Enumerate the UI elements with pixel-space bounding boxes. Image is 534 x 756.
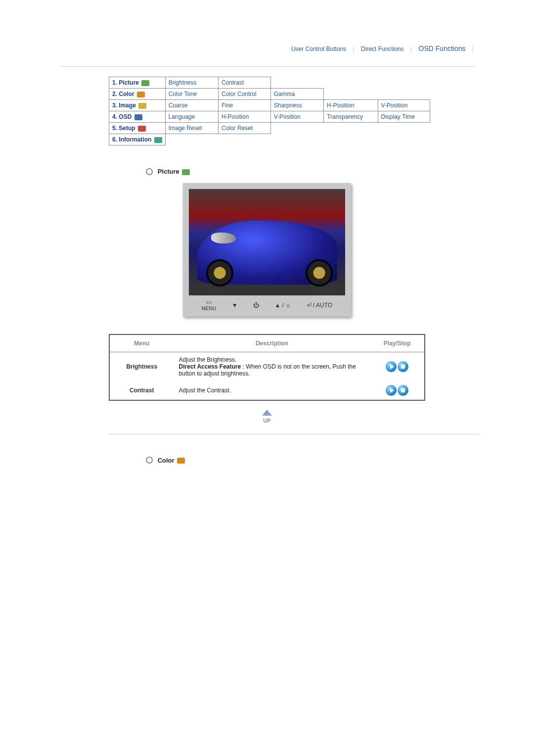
- section-picture-title: Picture: [158, 168, 179, 175]
- nav-direct-functions[interactable]: Direct Functions: [361, 46, 404, 52]
- nav-sep: |: [472, 46, 474, 52]
- monitor-screen-image: [189, 189, 345, 295]
- table-row: 4. OSD LanguageH-PositionV-PositionTrans…: [109, 111, 430, 123]
- category-icon: [138, 126, 146, 132]
- table-row: BrightnessAdjust the Brightness.Direct A…: [109, 352, 425, 381]
- index-link-anchor[interactable]: Brightness: [169, 79, 197, 86]
- table-row: 3. Image CoarseFineSharpnessH-PositionV-…: [109, 100, 430, 111]
- index-row-head[interactable]: 4. OSD: [109, 111, 166, 123]
- nav-sep: |: [353, 46, 355, 52]
- down-button[interactable]: ▼: [232, 302, 238, 308]
- index-link-anchor[interactable]: Color Reset: [222, 125, 253, 132]
- stop-button[interactable]: [398, 385, 408, 396]
- index-link[interactable]: Brightness: [165, 77, 218, 89]
- index-row-head[interactable]: 5. Setup: [109, 123, 166, 134]
- index-row-head[interactable]: 2. Color: [109, 89, 166, 100]
- picture-description-table: Menu Description Play/Stop BrightnessAdj…: [109, 334, 425, 401]
- color-icon: [177, 458, 185, 464]
- index-row-head[interactable]: 3. Image: [109, 100, 166, 111]
- picture-icon: [182, 169, 190, 175]
- nav-osd-functions[interactable]: OSD Functions: [419, 45, 466, 52]
- index-link[interactable]: Image Reset: [165, 123, 218, 134]
- category-icon: [137, 92, 145, 97]
- category-icon: [154, 137, 162, 143]
- osd-index-table: 1. Picture BrightnessContrast2. Color Co…: [109, 77, 430, 145]
- index-link-anchor[interactable]: V-Position: [274, 113, 301, 120]
- top-nav: User Control Buttons | Direct Functions …: [59, 30, 475, 62]
- index-link-anchor[interactable]: V-Position: [381, 102, 408, 109]
- bullet-icon: [146, 168, 153, 175]
- table-row: 6. Information: [109, 134, 430, 145]
- index-link-anchor[interactable]: Gamma: [274, 91, 295, 97]
- menu-description: Adjust the Brightness.Direct Access Feat…: [174, 352, 370, 381]
- col-menu: Menu: [109, 334, 174, 352]
- index-link[interactable]: H-Position: [218, 111, 270, 123]
- index-link[interactable]: Sharpness: [270, 100, 323, 111]
- category-icon: [134, 114, 142, 120]
- index-link[interactable]: Color Reset: [218, 123, 270, 134]
- index-link-anchor[interactable]: H-Position: [327, 102, 354, 109]
- index-link[interactable]: Contrast: [218, 77, 270, 89]
- index-link[interactable]: Language: [165, 111, 218, 123]
- col-playstop: Play/Stop: [370, 334, 425, 352]
- index-row-head[interactable]: 1. Picture: [109, 77, 166, 89]
- monitor-button-bar: ▭ MENU ▼ ⏻ ▲ / ☼ ⏎ / AUTO: [189, 295, 345, 311]
- index-link[interactable]: Color Control: [218, 89, 270, 100]
- index-link[interactable]: Coarse: [165, 100, 218, 111]
- col-description: Description: [174, 334, 370, 352]
- up-arrow-icon: UP: [263, 410, 270, 424]
- enter-auto-button[interactable]: ⏎ / AUTO: [307, 302, 332, 308]
- table-row: 1. Picture BrightnessContrast: [109, 77, 430, 89]
- back-to-top[interactable]: UP: [59, 410, 475, 424]
- index-link[interactable]: Color Tone: [165, 89, 218, 100]
- play-stop-cell: [370, 352, 425, 381]
- stop-button[interactable]: [398, 361, 408, 372]
- index-link[interactable]: Transparency: [324, 111, 378, 123]
- index-link-anchor[interactable]: Fine: [222, 102, 233, 109]
- menu-description: Adjust the Contrast.: [174, 381, 370, 400]
- index-link-anchor[interactable]: Color Control: [222, 91, 257, 97]
- nav-sep: |: [410, 46, 412, 52]
- table-row: 2. Color Color ToneColor ControlGamma: [109, 89, 430, 100]
- menu-name: Contrast: [109, 381, 174, 400]
- index-link-anchor[interactable]: Contrast: [222, 79, 244, 86]
- index-link-anchor[interactable]: Transparency: [327, 113, 363, 120]
- index-link[interactable]: H-Position: [324, 100, 378, 111]
- section-color-title: Color: [158, 457, 175, 464]
- index-link-anchor[interactable]: Language: [169, 113, 195, 120]
- bullet-icon: [146, 457, 153, 464]
- category-icon: [138, 103, 146, 109]
- index-row-head[interactable]: 6. Information: [109, 134, 166, 145]
- index-link-anchor[interactable]: H-Position: [222, 113, 249, 120]
- index-link[interactable]: Display Time: [378, 111, 430, 123]
- up-label: UP: [263, 418, 270, 424]
- category-icon: [141, 80, 149, 86]
- menu-button-label: MENU: [202, 306, 216, 311]
- divider: [59, 66, 475, 67]
- index-link-anchor[interactable]: Color Tone: [169, 91, 197, 97]
- index-link-anchor[interactable]: Image Reset: [169, 125, 202, 132]
- section-picture-heading: Picture: [146, 168, 475, 176]
- table-row: ContrastAdjust the Contrast.: [109, 381, 425, 400]
- index-link-anchor[interactable]: Coarse: [169, 102, 188, 109]
- index-link[interactable]: V-Position: [378, 100, 430, 111]
- index-link-anchor[interactable]: Display Time: [381, 113, 415, 120]
- table-header-row: Menu Description Play/Stop: [109, 334, 425, 352]
- monitor-preview: ▭ MENU ▼ ⏻ ▲ / ☼ ⏎ / AUTO: [183, 183, 351, 317]
- menu-name: Brightness: [109, 352, 174, 381]
- section-color-heading: Color: [146, 457, 475, 465]
- play-button[interactable]: [386, 361, 397, 372]
- menu-button[interactable]: ▭ MENU: [202, 299, 216, 311]
- table-row: 5. Setup Image ResetColor Reset: [109, 123, 430, 134]
- nav-user-buttons[interactable]: User Control Buttons: [291, 46, 346, 52]
- play-button[interactable]: [386, 385, 397, 396]
- index-link[interactable]: Fine: [218, 100, 270, 111]
- play-stop-cell: [370, 381, 425, 400]
- index-link-anchor[interactable]: Sharpness: [274, 102, 302, 109]
- up-brightness-button[interactable]: ▲ / ☼: [274, 302, 291, 308]
- divider: [109, 434, 480, 434]
- index-link[interactable]: Gamma: [270, 89, 323, 100]
- power-button[interactable]: ⏻: [253, 302, 259, 308]
- index-link[interactable]: V-Position: [270, 111, 323, 123]
